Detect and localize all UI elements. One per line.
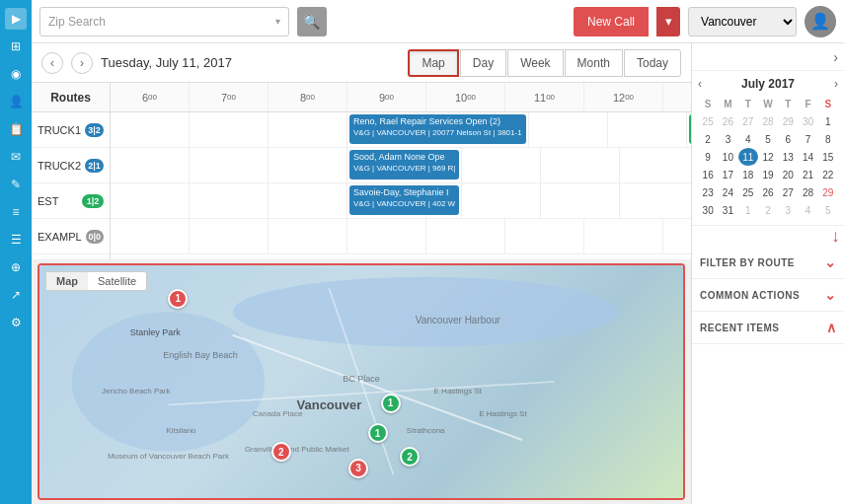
mini-cal-day-6[interactable]: 6 [778, 130, 798, 148]
mini-cal-day-22[interactable]: 22 [818, 166, 838, 183]
mini-cal-day-12[interactable]: 12 [758, 148, 778, 166]
mini-cal-day-4[interactable]: 4 [738, 130, 758, 148]
map-tab-satellite[interactable]: Satellite [88, 272, 146, 290]
mini-cal-day-7[interactable]: 7 [798, 130, 817, 148]
sidebar-icon-user[interactable]: 👤 [5, 91, 27, 112]
mini-cal-day-30prev[interactable]: 30 [798, 112, 817, 130]
cell-truck1-9[interactable]: Reno, Rael Repair Services Open (2) V&G … [347, 112, 529, 147]
mini-cal-day-27prev[interactable]: 27 [738, 112, 758, 130]
route-exampl[interactable]: EXAMPL 0|0 [32, 219, 110, 254]
mini-cal-day-25prev[interactable]: 25 [698, 112, 718, 130]
cell-est-9[interactable]: Savoie-Day, Stephanie I V&G | VANCOUVER … [347, 183, 462, 218]
event-sood[interactable]: Sood, Adam None Ope V&G | VANCOUVER | 96… [349, 150, 459, 180]
search-button[interactable]: 🔍 [297, 7, 327, 36]
mini-cal-day-27[interactable]: 27 [778, 183, 798, 201]
map-pin-1-top[interactable]: 1 [168, 289, 188, 309]
mini-cal-day-9[interactable]: 9 [698, 148, 718, 166]
mini-cal-day-3next[interactable]: 3 [778, 201, 798, 219]
search-box[interactable]: Zip Search ▾ [39, 7, 289, 36]
mini-cal-day-4next[interactable]: 4 [798, 201, 817, 219]
map-pin-1-lower[interactable]: 1 [368, 423, 388, 443]
mini-cal-day-10[interactable]: 10 [718, 148, 737, 166]
next-arrow[interactable]: › [71, 52, 93, 74]
mini-cal-day-5next[interactable]: 5 [818, 201, 838, 219]
filter-by-route-arrow[interactable]: ⌄ [824, 254, 837, 270]
mini-cal-prev[interactable]: ‹ [698, 77, 702, 91]
mini-cal-day-8[interactable]: 8 [818, 130, 838, 148]
sidebar-icon-menu[interactable]: ☰ [5, 229, 27, 251]
sidebar-icon-mail[interactable]: ✉ [5, 146, 27, 168]
mini-cal-day-31[interactable]: 31 [718, 201, 737, 219]
map-pin-2-left[interactable]: 2 [271, 442, 291, 462]
cell-truck2-9[interactable]: Sood, Adam None Ope V&G | VANCOUVER | 96… [347, 148, 462, 182]
event-reno[interactable]: Reno, Rael Repair Services Open (2) V&G … [349, 114, 526, 144]
mini-cal-day-1[interactable]: 1 [818, 112, 838, 130]
sidebar-icon-add[interactable]: ⊕ [5, 256, 27, 278]
sidebar-toggle-arrow[interactable]: › [833, 49, 838, 65]
event-savoie[interactable]: Savoie-Day, Stephanie I V&G | VANCOUVER … [349, 185, 459, 215]
sidebar-icon-location[interactable]: ◉ [5, 63, 27, 85]
mini-cal-header: ‹ July 2017 › [698, 77, 838, 91]
mini-cal-day-21[interactable]: 21 [798, 166, 817, 183]
mini-cal-day-2[interactable]: 2 [698, 130, 718, 148]
mini-cal-day-23[interactable]: 23 [698, 183, 718, 201]
mini-cal-day-13[interactable]: 13 [778, 148, 798, 166]
sidebar-icon-arrow[interactable]: ▶ [5, 8, 27, 30]
location-select[interactable]: Vancouver [688, 7, 797, 36]
mini-cal-day-18[interactable]: 18 [738, 166, 758, 183]
common-actions-header[interactable]: COMMON ACTIONS ⌄ [692, 279, 844, 311]
mini-cal-day-20[interactable]: 20 [778, 166, 798, 183]
new-call-dropdown-button[interactable]: ▾ [656, 7, 680, 36]
sidebar-icon-clipboard[interactable]: 📋 [5, 118, 27, 140]
search-dropdown-arrow[interactable]: ▾ [275, 16, 280, 27]
cell-truck1-1[interactable]: Boyd, Gerry Repair Ser V&G | VANCOUVER |… [687, 112, 691, 147]
sidebar-toggle[interactable]: › [692, 43, 844, 71]
mini-cal-day-15[interactable]: 15 [818, 148, 838, 166]
common-actions-arrow[interactable]: ⌄ [824, 287, 837, 303]
recent-items-arrow[interactable]: ∧ [826, 320, 837, 335]
filter-by-route-header[interactable]: FILTER BY ROUTE ⌄ [692, 247, 844, 278]
sidebar-icon-grid[interactable]: ⊞ [5, 36, 27, 57]
mini-cal-day-1next[interactable]: 1 [738, 201, 758, 219]
avatar[interactable]: 👤 [805, 6, 836, 37]
map-pin-1-center[interactable]: 1 [381, 394, 401, 413]
mini-cal-day-11[interactable]: 11 [738, 148, 758, 166]
mini-cal-day-14[interactable]: 14 [798, 148, 817, 166]
mini-cal-day-16[interactable]: 16 [698, 166, 718, 183]
tab-today[interactable]: Today [624, 49, 681, 77]
mini-cal-next[interactable]: › [834, 77, 838, 91]
mini-cal-day-2next[interactable]: 2 [758, 201, 778, 219]
tab-week[interactable]: Week [507, 49, 563, 77]
mini-cal-day-5[interactable]: 5 [758, 130, 778, 148]
map-tab-map[interactable]: Map [46, 272, 88, 290]
mini-cal-day-17[interactable]: 17 [718, 166, 737, 183]
route-truck1[interactable]: TRUCK1 3|2 [32, 112, 110, 148]
mini-cal-day-30[interactable]: 30 [698, 201, 718, 219]
mini-cal-day-25[interactable]: 25 [738, 183, 758, 201]
mini-cal-day-29prev[interactable]: 29 [778, 112, 798, 130]
mini-cal-day-26prev[interactable]: 26 [718, 112, 737, 130]
mini-cal-day-28prev[interactable]: 28 [758, 112, 778, 130]
sidebar-icon-export[interactable]: ↗ [5, 284, 27, 306]
new-call-button[interactable]: New Call [574, 7, 649, 36]
event-boyd[interactable]: Boyd, Gerry Repair Ser V&G | VANCOUVER |… [689, 114, 691, 144]
sidebar-icon-list[interactable]: ≡ [5, 201, 27, 223]
mini-cal-day-24[interactable]: 24 [718, 183, 737, 201]
route-truck2[interactable]: TRUCK2 2|1 [32, 148, 110, 183]
mini-cal-day-26[interactable]: 26 [758, 183, 778, 201]
cell-truck1-12 [608, 112, 687, 147]
route-est[interactable]: EST 1|2 [32, 183, 110, 219]
mini-cal-day-3[interactable]: 3 [718, 130, 737, 148]
tab-map[interactable]: Map [408, 49, 458, 77]
mini-cal-day-19[interactable]: 19 [758, 166, 778, 183]
tab-month[interactable]: Month [565, 49, 623, 77]
mini-cal-day-28[interactable]: 28 [798, 183, 817, 201]
prev-arrow[interactable]: ‹ [41, 52, 63, 74]
recent-items-header[interactable]: RECENT ITEMS ∧ [692, 312, 844, 343]
sidebar-icon-edit[interactable]: ✎ [5, 174, 27, 195]
mini-cal-day-29[interactable]: 29 [818, 183, 838, 201]
map-pin-3[interactable]: 3 [348, 459, 368, 478]
sidebar-icon-settings[interactable]: ⚙ [5, 312, 27, 333]
mini-calendar: ‹ July 2017 › S M T W T F S [692, 71, 844, 226]
tab-day[interactable]: Day [460, 49, 506, 77]
